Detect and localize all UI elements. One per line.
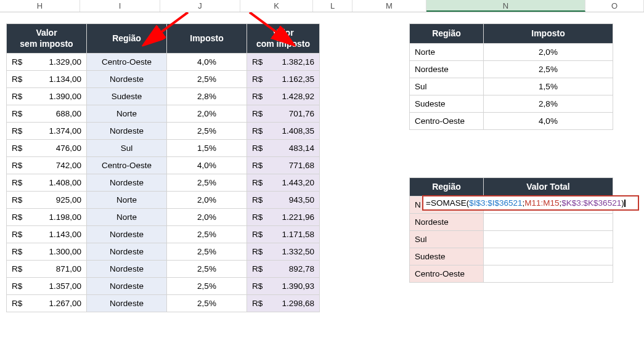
result-valor[interactable] bbox=[484, 214, 613, 231]
cell-valor-sem[interactable]: R$742,00 bbox=[7, 157, 87, 174]
cell-valor-sem[interactable]: R$1.357,00 bbox=[7, 278, 87, 295]
cell-valor-com[interactable]: R$1.443,20 bbox=[247, 174, 320, 192]
cell-valor-com[interactable]: R$1.390,93 bbox=[247, 278, 320, 295]
cell-valor-com[interactable]: R$1.332,50 bbox=[247, 243, 320, 261]
cell-imposto[interactable]: 2,0% bbox=[167, 105, 247, 123]
cell-valor-sem[interactable]: R$1.300,00 bbox=[7, 243, 87, 261]
formula-edit-box[interactable]: =SOMASE($I$3:$I$36521;M11:M15;$K$3:$K$36… bbox=[422, 195, 639, 211]
cell-imposto[interactable]: 2,0% bbox=[167, 209, 247, 226]
col-header-K[interactable]: K bbox=[240, 0, 313, 12]
formula-range3: $K$3:$K$36521 bbox=[561, 198, 621, 208]
main-header-0[interactable]: Valorsem imposto bbox=[7, 24, 87, 54]
cell-valor-sem[interactable]: R$1.374,00 bbox=[7, 123, 87, 140]
cell-imposto[interactable]: 2,5% bbox=[167, 261, 247, 278]
cell-regiao[interactable]: Nordeste bbox=[87, 243, 167, 261]
col-header-I[interactable]: I bbox=[80, 0, 160, 12]
tax-imposto[interactable]: 2,5% bbox=[484, 61, 613, 78]
result-valor[interactable] bbox=[484, 265, 613, 283]
col-header-J[interactable]: J bbox=[160, 0, 240, 12]
col-header-O[interactable]: O bbox=[585, 0, 644, 12]
cell-imposto[interactable]: 2,5% bbox=[167, 243, 247, 261]
cell-regiao[interactable]: Nordeste bbox=[87, 295, 167, 312]
cell-valor-com[interactable]: R$1.298,68 bbox=[247, 295, 320, 312]
cell-valor-sem[interactable]: R$476,00 bbox=[7, 140, 87, 157]
cell-valor-com[interactable]: R$771,68 bbox=[247, 157, 320, 174]
cell-regiao[interactable]: Nordeste bbox=[87, 261, 167, 278]
tax-imposto[interactable]: 2,0% bbox=[484, 44, 613, 61]
arrow-to-valor-com-imposto bbox=[247, 12, 302, 49]
cell-regiao[interactable]: Nordeste bbox=[87, 71, 167, 88]
svg-line-1 bbox=[250, 12, 290, 42]
result-regiao[interactable]: Nordeste bbox=[410, 214, 484, 231]
cell-valor-com[interactable]: R$483,14 bbox=[247, 140, 320, 157]
cell-valor-sem[interactable]: R$1.267,00 bbox=[7, 295, 87, 312]
cell-regiao[interactable]: Sul bbox=[87, 140, 167, 157]
cell-regiao[interactable]: Norte bbox=[87, 105, 167, 123]
tax-regiao[interactable]: Norte bbox=[410, 44, 484, 61]
tax-regiao[interactable]: Sudeste bbox=[410, 95, 484, 113]
cell-valor-com[interactable]: R$1.171,58 bbox=[247, 226, 320, 243]
cell-imposto[interactable]: 2,5% bbox=[167, 295, 247, 312]
result-valor[interactable] bbox=[484, 248, 613, 265]
result-header-0[interactable]: Região bbox=[410, 178, 484, 196]
cell-imposto[interactable]: 1,5% bbox=[167, 140, 247, 157]
col-header-N[interactable]: N bbox=[426, 0, 585, 12]
cell-valor-sem[interactable]: R$1.408,00 bbox=[7, 174, 87, 192]
cell-regiao[interactable]: Centro-Oeste bbox=[87, 54, 167, 71]
result-regiao[interactable]: Centro-Oeste bbox=[410, 265, 484, 283]
cell-valor-sem[interactable]: R$688,00 bbox=[7, 105, 87, 123]
cell-valor-com[interactable]: R$1.408,35 bbox=[247, 123, 320, 140]
cell-imposto[interactable]: 2,0% bbox=[167, 192, 247, 209]
result-valor[interactable] bbox=[484, 231, 613, 248]
cell-valor-com[interactable]: R$1.162,35 bbox=[247, 71, 320, 88]
result-regiao[interactable]: Sul bbox=[410, 231, 484, 248]
cell-imposto[interactable]: 2,5% bbox=[167, 226, 247, 243]
cell-valor-com[interactable]: R$701,76 bbox=[247, 105, 320, 123]
cell-valor-com[interactable]: R$892,78 bbox=[247, 261, 320, 278]
cell-valor-sem[interactable]: R$1.198,00 bbox=[7, 209, 87, 226]
cell-valor-sem[interactable]: R$1.134,00 bbox=[7, 71, 87, 88]
cell-imposto[interactable]: 2,5% bbox=[167, 278, 247, 295]
result-table[interactable]: RegiãoValor TotalNNordesteSulSudesteCent… bbox=[409, 177, 613, 283]
cell-regiao[interactable]: Norte bbox=[87, 192, 167, 209]
tax-regiao[interactable]: Nordeste bbox=[410, 61, 484, 78]
cell-valor-com[interactable]: R$1.382,16 bbox=[247, 54, 320, 71]
cell-valor-sem[interactable]: R$871,00 bbox=[7, 261, 87, 278]
cell-regiao[interactable]: Centro-Oeste bbox=[87, 157, 167, 174]
cell-valor-sem[interactable]: R$1.143,00 bbox=[7, 226, 87, 243]
tax-lookup-table[interactable]: RegiãoImpostoNorte2,0%Nordeste2,5%Sul1,5… bbox=[409, 23, 613, 130]
main-data-table[interactable]: Valorsem impostoRegiãoImpostoValorcom im… bbox=[6, 23, 320, 312]
formula-function: SOMASE( bbox=[431, 198, 469, 208]
cell-regiao[interactable]: Nordeste bbox=[87, 278, 167, 295]
cell-valor-com[interactable]: R$1.428,92 bbox=[247, 88, 320, 105]
cell-regiao[interactable]: Norte bbox=[87, 209, 167, 226]
cell-regiao[interactable]: Nordeste bbox=[87, 174, 167, 192]
cell-imposto[interactable]: 2,5% bbox=[167, 71, 247, 88]
cell-valor-sem[interactable]: R$925,00 bbox=[7, 192, 87, 209]
col-header-L[interactable]: L bbox=[313, 0, 353, 12]
cell-regiao[interactable]: Sudeste bbox=[87, 88, 167, 105]
cell-regiao[interactable]: Nordeste bbox=[87, 123, 167, 140]
tax-imposto[interactable]: 2,8% bbox=[484, 95, 613, 113]
cell-valor-sem[interactable]: R$1.329,00 bbox=[7, 54, 87, 71]
cell-imposto[interactable]: 2,8% bbox=[167, 88, 247, 105]
tax-regiao[interactable]: Sul bbox=[410, 78, 484, 95]
col-header-M[interactable]: M bbox=[353, 0, 426, 12]
tax-header-0[interactable]: Região bbox=[410, 24, 484, 44]
result-header-1[interactable]: Valor Total bbox=[484, 178, 613, 196]
cell-imposto[interactable]: 4,0% bbox=[167, 54, 247, 71]
cell-imposto[interactable]: 2,5% bbox=[167, 123, 247, 140]
cell-imposto[interactable]: 4,0% bbox=[167, 157, 247, 174]
result-regiao[interactable]: Sudeste bbox=[410, 248, 484, 265]
col-header-H[interactable]: H bbox=[0, 0, 80, 12]
tax-imposto[interactable]: 1,5% bbox=[484, 78, 613, 95]
cell-imposto[interactable]: 2,5% bbox=[167, 174, 247, 192]
svg-line-0 bbox=[148, 12, 188, 42]
cell-valor-com[interactable]: R$1.221,96 bbox=[247, 209, 320, 226]
cell-regiao[interactable]: Nordeste bbox=[87, 226, 167, 243]
cell-valor-com[interactable]: R$943,50 bbox=[247, 192, 320, 209]
tax-imposto[interactable]: 4,0% bbox=[484, 113, 613, 130]
tax-header-1[interactable]: Imposto bbox=[484, 24, 613, 44]
cell-valor-sem[interactable]: R$1.390,00 bbox=[7, 88, 87, 105]
tax-regiao[interactable]: Centro-Oeste bbox=[410, 113, 484, 130]
